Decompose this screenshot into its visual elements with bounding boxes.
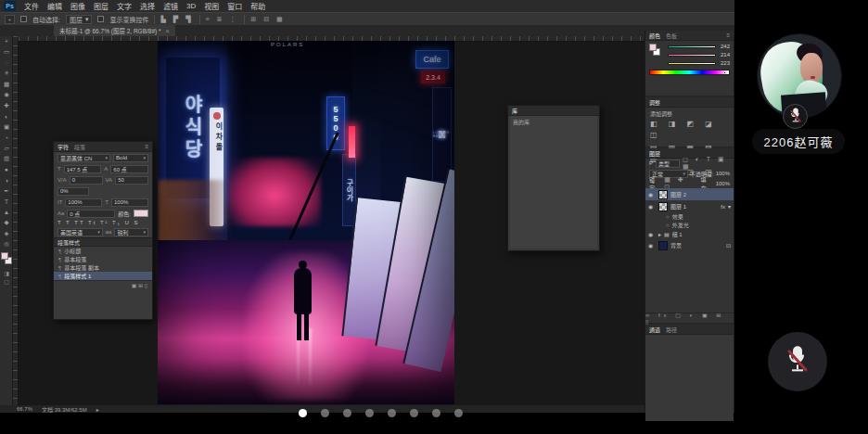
style-list-item-selected[interactable]: ¶ 段落样式 1 [54,272,152,280]
eraser-tool[interactable]: ▱ [0,143,13,154]
color-spectrum-bar[interactable] [649,70,730,75]
healing-tool[interactable]: ✚ [0,100,13,111]
baseline-field[interactable]: 0 点 [67,210,115,218]
red-slider-track[interactable] [668,45,716,48]
kerning-field[interactable]: 0 [70,176,103,185]
status-arrow-icon[interactable]: ▸ [96,406,99,413]
layer-name[interactable]: 背景 [670,241,682,249]
menu-filter[interactable]: 滤镜 [163,1,178,11]
page-dot[interactable] [321,409,329,417]
spectrum-picker-dot[interactable] [723,71,726,74]
font-size-field[interactable]: 147.5 点 [64,165,102,173]
anti-alias-dropdown[interactable]: 锐利 ▾ [114,228,148,236]
menu-file[interactable]: 文件 [24,1,39,11]
page-dot[interactable] [410,409,418,417]
layers-panel-footer-icons[interactable]: ∞ fx ▢ ◐ ▣ ⊞ ▯ [645,313,734,323]
foreground-color-swatch[interactable] [649,44,657,51]
menu-3d[interactable]: 3D [186,2,196,10]
panel-menu-icon[interactable]: ≡ [145,144,148,149]
page-dot[interactable] [432,409,440,417]
menu-window[interactable]: 窗口 [227,1,242,11]
blue-slider-track[interactable] [668,62,716,65]
quick-mask-icon[interactable]: ◨ [0,270,13,278]
auto-select-dropdown[interactable]: 图层 ▾ [66,15,93,24]
close-icon[interactable]: × [166,28,170,34]
layer-name[interactable]: 图层 1 [670,202,686,211]
visibility-eye-icon[interactable]: ◉ [648,231,656,237]
path-select-tool[interactable]: ▲ [0,207,13,218]
visibility-eye-icon[interactable]: ◉ [648,242,656,249]
tab-adjustments[interactable]: 调整 [649,98,660,107]
crop-tool[interactable]: ▩ [0,79,13,90]
show-transform-checkbox[interactable] [97,16,104,22]
filter-kind-dropdown[interactable]: 类型 [656,160,680,168]
page-dot[interactable] [365,409,374,417]
green-slider-track[interactable] [668,54,716,57]
zoom-level[interactable]: 66.7% [17,406,32,412]
layer-thumbnail[interactable] [658,202,668,211]
adjustment-icons-row[interactable]: ◧ ◨ ◩ ◪ ◫ [645,118,734,142]
menu-edit[interactable]: 编辑 [47,1,62,11]
font-family-dropdown[interactable]: 思源黑体 CN ▾ [57,154,110,162]
foreground-color-swatch[interactable] [1,252,8,260]
layer-effects-row[interactable]: ○ 效果 [645,212,734,221]
pen-tool[interactable]: ✒ [0,185,13,197]
hand-tool[interactable]: ◈ [0,228,13,239]
layer-outer-glow-row[interactable]: ○ 外发光 [645,221,734,229]
tab-character[interactable]: 字符 [57,143,69,151]
tab-color[interactable]: 颜色 [649,32,660,40]
fx-badge[interactable]: fx [721,204,725,210]
library-panel-tab[interactable]: 库 [512,107,517,115]
shape-tool[interactable]: ◆ [0,218,13,229]
panel-menu-icon[interactable]: ≡ [726,32,730,38]
menu-image[interactable]: 图像 [70,1,85,11]
eyedropper-tool[interactable]: ◉ [0,90,13,101]
leading-field[interactable]: 60 点 [110,165,148,173]
fill-value[interactable]: 100% [716,181,730,186]
brush-tool[interactable]: ◐ [0,111,13,122]
expand-arrow-icon[interactable]: ▾ [728,203,731,210]
document-image[interactable]: POLARS 야식당 이차돌 5500 구이가 Cafe 2.3.4 M I X… [158,41,454,404]
layer-thumbnail[interactable] [658,241,668,250]
lasso-tool[interactable]: ◌ [0,57,13,69]
menu-layer[interactable]: 图层 [94,1,108,11]
tab-layers[interactable]: 图层 [649,149,660,158]
move-tool[interactable]: + [0,36,13,47]
tab-channels[interactable]: 通道 [649,326,660,334]
tab-paragraph[interactable]: 段落 [74,143,85,151]
language-dropdown[interactable]: 美国英语 ▾ [57,228,103,236]
collapse-arrow-icon[interactable]: ▸ [658,231,661,237]
distribute-icons[interactable]: ≡ ≣ ⋮ [206,16,239,23]
visibility-eye-icon[interactable]: ◉ [648,191,656,198]
menu-type[interactable]: 文字 [117,1,132,11]
page-dot-active[interactable] [299,409,307,417]
visibility-eye-icon[interactable]: ◉ [648,203,656,210]
menu-view[interactable]: 视图 [204,1,219,11]
tab-swatches[interactable]: 色板 [666,32,677,40]
magic-wand-tool[interactable]: ✳ [0,69,13,80]
layer-name[interactable]: 图层 2 [670,190,686,198]
dodge-tool[interactable]: ◑ [0,175,13,186]
screen-mode-icon[interactable]: ▢ [0,278,13,287]
layer-thumbnail[interactable] [658,190,668,199]
auto-select-checkbox[interactable] [20,16,27,22]
vertical-scale-field[interactable]: 100% [65,198,102,207]
visibility-eye-icon[interactable]: ○ [666,223,670,228]
style-list-item[interactable]: ¶ 小标题 [54,247,152,255]
extra-option-icons[interactable]: ⊞ ⊟ ▦ [250,16,285,23]
gradient-tool[interactable]: ▥ [0,154,13,165]
library-panel-body[interactable]: 我的库 [510,116,597,249]
page-dot[interactable] [454,409,463,417]
layer-row-layer2[interactable]: ◉ 图层 2 [645,188,734,200]
blue-slider[interactable]: 223 [668,60,730,66]
layer-row-layer1[interactable]: ◉ 图层 1 fx ▾ [645,200,734,212]
text-color-swatch[interactable] [134,210,148,217]
menu-help[interactable]: 帮助 [250,1,265,11]
style-list-item[interactable]: ¶ 基本段落 [54,255,152,263]
page-dot[interactable] [343,409,351,417]
red-slider[interactable]: 242 [668,44,730,49]
align-icons[interactable]: ▙ ▛ ▜ [160,16,193,23]
font-style-dropdown[interactable]: Bold ▾ [113,154,148,162]
document-tab[interactable]: 未标题-1 @ 66.7% (图层 2, RGB/8#) * × [54,25,175,36]
visibility-eye-icon[interactable]: ○ [666,214,670,220]
